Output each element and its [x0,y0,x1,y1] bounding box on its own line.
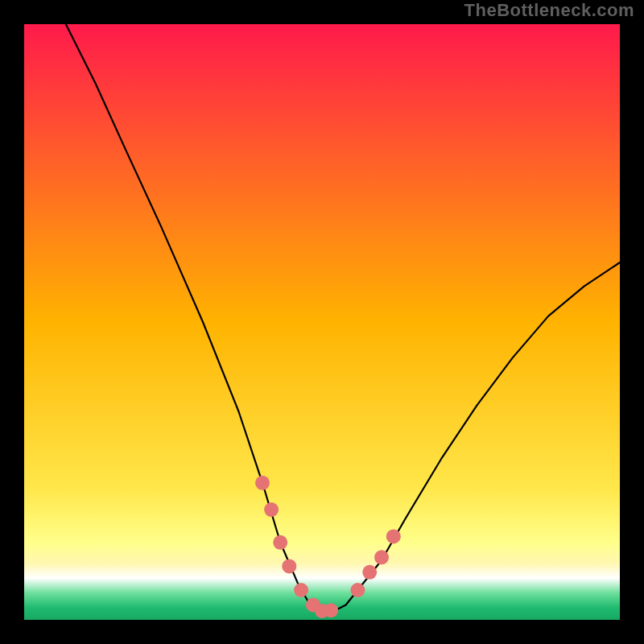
chart-stage: TheBottleneck.com [0,0,644,644]
highlight-point [324,603,338,617]
highlight-point [255,476,270,490]
highlight-point [282,559,296,573]
highlight-point [294,583,308,597]
highlight-point [350,583,365,597]
highlight-point [273,535,287,550]
watermark-label: TheBottleneck.com [464,0,634,21]
highlight-point [374,550,389,564]
bottleneck-chart [0,0,644,644]
highlight-point [362,565,377,580]
plot-background [24,24,620,620]
highlight-point [386,529,401,543]
highlight-point [264,502,279,517]
